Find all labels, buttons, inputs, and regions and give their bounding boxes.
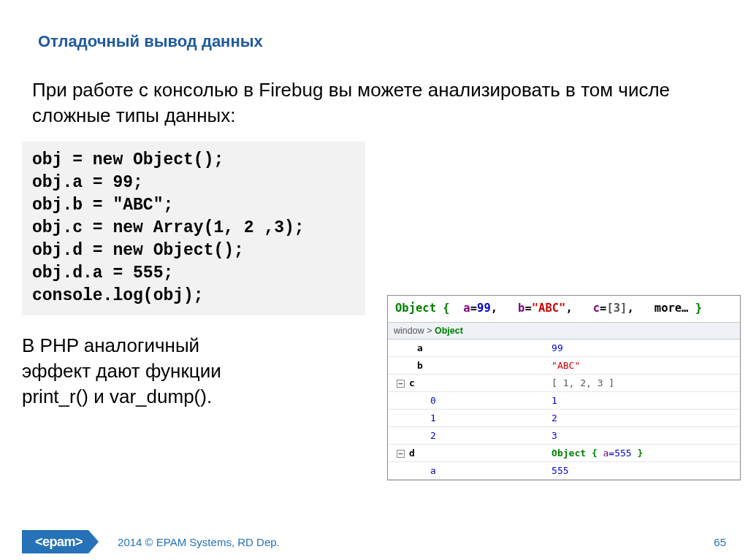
firebug-breadcrumb[interactable]: window > Object (388, 322, 740, 340)
comma: , (565, 302, 572, 315)
comma: , (627, 302, 633, 315)
footer-logo-bg: <epam> (22, 530, 88, 553)
table-row[interactable]: a99 (388, 340, 740, 357)
tree-key-cell[interactable]: a (388, 462, 543, 480)
table-row[interactable]: 12 (388, 410, 740, 427)
prop-val-a: 99 (477, 302, 491, 315)
prop-key-a: a (463, 302, 470, 315)
firebug-panel: Object { a=99, b="ABC", c=[3], more… } w… (387, 295, 741, 480)
footer: <epam> 2014 © EPAM Systems, RD Dep. 65 (0, 528, 748, 556)
brace-open: { (443, 302, 449, 315)
code-sample: obj = new Object(); obj.a = 99; obj.b = … (22, 142, 365, 315)
firebug-console-output: Object { a=99, b="ABC", c=[3], more… } (388, 296, 740, 322)
table-row[interactable]: a555 (388, 462, 740, 480)
tree-value-cell: 2 (543, 410, 740, 427)
intro-text: При работе с консолью в Firebug вы может… (0, 51, 748, 129)
prop-key-b: b (518, 302, 524, 315)
breadcrumb-window[interactable]: window (394, 326, 424, 336)
collapse-icon[interactable]: − (397, 380, 405, 388)
breadcrumb-object[interactable]: Object (435, 326, 463, 336)
eq: = (470, 302, 477, 315)
tree-value-cell: 99 (543, 340, 740, 357)
tree-key-cell[interactable]: −c (388, 375, 543, 392)
page-number: 65 (714, 536, 726, 548)
tree-key-cell[interactable]: 1 (388, 410, 543, 427)
tree-value-cell: 555 (543, 462, 740, 480)
brace-close: } (695, 302, 702, 315)
php-note: В PHP аналогичный эффект дают функции pr… (0, 315, 263, 410)
prop-val-c: [3] (606, 302, 627, 315)
table-row[interactable]: 01 (388, 392, 740, 410)
table-row[interactable]: −c[ 1, 2, 3 ] (388, 375, 740, 392)
firebug-tree-table: a99b"ABC"−c[ 1, 2, 3 ]011223−dObject { a… (388, 340, 740, 480)
more-link[interactable]: more… (654, 302, 689, 315)
prop-key-c: c (593, 302, 600, 315)
tree-key-cell[interactable]: b (388, 357, 543, 375)
tree-value-cell: Object { a=555 } (543, 445, 740, 462)
table-row[interactable]: b"ABC" (388, 357, 740, 375)
table-row[interactable]: 23 (388, 427, 740, 445)
tree-value-cell: "ABC" (543, 357, 740, 375)
slide-title: Отладочный вывод данных (0, 0, 748, 51)
tree-key-cell[interactable]: a (388, 340, 543, 357)
tree-value-cell: 3 (543, 427, 740, 445)
tree-key-cell[interactable]: 0 (388, 392, 543, 410)
prop-val-b: "ABC" (532, 302, 566, 315)
table-row[interactable]: −dObject { a=555 } (388, 445, 740, 462)
object-label: Object (395, 302, 436, 315)
tree-value-cell: [ 1, 2, 3 ] (543, 375, 740, 392)
collapse-icon[interactable]: − (397, 450, 405, 458)
tree-key-cell[interactable]: −d (388, 445, 543, 462)
epam-logo: <epam> (35, 534, 83, 550)
breadcrumb-sep: > (424, 326, 435, 336)
tree-value-cell: 1 (543, 392, 740, 410)
eq: = (524, 302, 531, 315)
copyright: 2014 © EPAM Systems, RD Dep. (118, 536, 280, 548)
comma: , (491, 302, 497, 315)
tree-key-cell[interactable]: 2 (388, 427, 543, 445)
